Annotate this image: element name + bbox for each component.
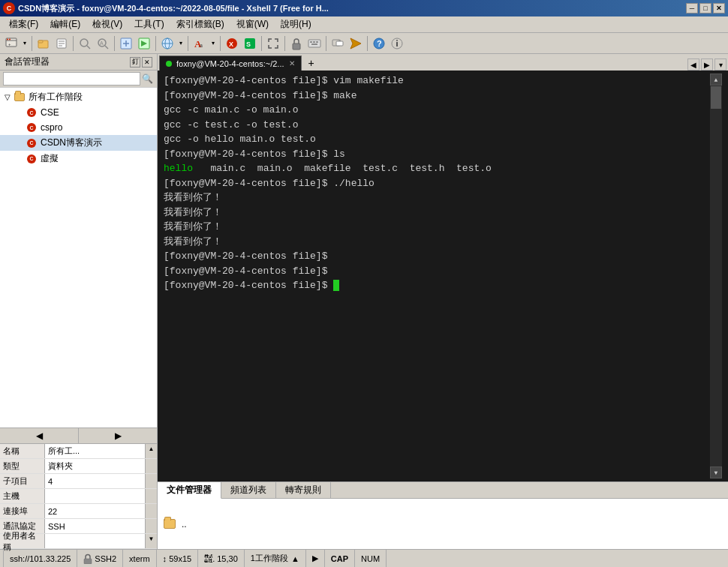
workspace-label: 1工作階段: [251, 553, 288, 564]
red-circle-button[interactable]: X: [224, 35, 240, 52]
menu-edit[interactable]: 編輯(E): [44, 16, 86, 32]
compose-button[interactable]: [118, 35, 134, 52]
status-num: NUM: [355, 550, 387, 567]
font-button[interactable]: Aa: [191, 35, 208, 52]
status-protocol: SSH2: [77, 550, 123, 567]
tab-close-button[interactable]: ✕: [289, 59, 295, 68]
prop-val-children: 4: [45, 474, 145, 488]
toolbar-sep-5: [188, 36, 188, 51]
session-icon-cse: C: [26, 106, 38, 118]
session-header-controls: 釘 ✕: [130, 57, 152, 68]
globe-dropdown[interactable]: ▾: [177, 35, 185, 52]
svg-text:A: A: [100, 40, 104, 46]
session-search: 🔍: [0, 70, 157, 88]
status-size: ↕ 59x15: [157, 550, 199, 567]
new-session-button[interactable]: +: [3, 35, 20, 52]
bottom-folder-icon: [164, 519, 176, 529]
globe-button[interactable]: [159, 35, 176, 52]
tab-bar: foxny@VM-20-4-centos:~/2... ✕ + ◀ ▶ ▾: [158, 54, 728, 70]
pin-button[interactable]: 釘: [130, 57, 140, 68]
scroll-down-button[interactable]: ▼: [710, 466, 722, 478]
nav-left-button[interactable]: ◀: [0, 428, 79, 443]
prop-port: 連接埠 22: [0, 504, 157, 519]
terminal-tab-active[interactable]: foxny@VM-20-4-centos:~/2... ✕: [159, 56, 302, 70]
search-icon[interactable]: 🔍: [140, 72, 154, 86]
svg-rect-37: [336, 41, 343, 46]
properties-table: 名稱 所有工... ▲ 類型 資料夾 子項目 4 主機: [0, 444, 157, 549]
toolbar-sep-7: [261, 36, 262, 51]
font-dropdown[interactable]: ▾: [209, 35, 217, 52]
new-session-dropdown[interactable]: ▾: [21, 35, 29, 52]
session-tree: ▽ 所有工作階段 ▶ C CSE ▶ C cspro: [0, 88, 157, 428]
send-button[interactable]: [347, 35, 364, 52]
terminal-scrollbar: ▲ ▼: [710, 74, 722, 478]
svg-rect-44: [396, 42, 398, 46]
prop-val-name: 所有工...: [45, 444, 145, 458]
tree-item-cspro[interactable]: ▶ C cspro: [0, 120, 157, 135]
bottom-tab-filemanager[interactable]: 文件管理器: [158, 482, 221, 499]
menu-window[interactable]: 視窗(W): [230, 16, 275, 32]
session-icon-cspro: C: [26, 122, 38, 134]
tree-item-csdn[interactable]: ▶ C CSDN博客演示: [0, 135, 157, 151]
close-button[interactable]: ✕: [713, 3, 725, 14]
session-panel: 會話管理器 釘 ✕ 🔍 ▽ 所有工作階段 ▶ C: [0, 54, 158, 549]
svg-marker-39: [350, 38, 361, 49]
bottom-tab-rules[interactable]: 轉寄規則: [276, 482, 331, 498]
maximize-button[interactable]: □: [699, 3, 711, 14]
lock-button[interactable]: [288, 35, 305, 52]
tree-root[interactable]: ▽ 所有工作階段: [0, 89, 157, 105]
scroll-down-1[interactable]: ▼: [146, 534, 157, 544]
forward-button[interactable]: [136, 35, 152, 52]
terminal-screen[interactable]: [foxny@VM-20-4-centos file]$ vim makefil…: [158, 70, 728, 482]
find-button[interactable]: A: [95, 35, 111, 52]
minimize-button[interactable]: ─: [686, 3, 698, 14]
scroll-up-1[interactable]: ▲: [146, 444, 157, 454]
status-ssh-addr: ssh://101.33.225: [3, 550, 77, 567]
search-button[interactable]: [77, 35, 93, 52]
terminal-area: foxny@VM-20-4-centos:~/2... ✕ + ◀ ▶ ▾ [f…: [158, 54, 728, 549]
bottom-folder-label: ..: [182, 519, 187, 530]
menu-help[interactable]: 說明(H): [275, 16, 317, 32]
tab-nav-left[interactable]: ◀: [687, 58, 699, 70]
tab-nav-right[interactable]: ▶: [701, 58, 713, 70]
tab-status-dot: [166, 61, 172, 67]
keyboard-button[interactable]: [306, 35, 323, 52]
new-tab-button[interactable]: +: [303, 56, 320, 70]
expand-icon[interactable]: ▽: [3, 93, 12, 102]
bottom-tab-channels[interactable]: 頻道列表: [221, 482, 276, 498]
menu-file[interactable]: 檔案(F): [3, 16, 44, 32]
prop-host: 主機: [0, 489, 157, 504]
scroll-track[interactable]: [710, 86, 722, 466]
expand-button[interactable]: [265, 35, 281, 52]
menu-tabs[interactable]: 索引標籤(B): [170, 16, 230, 32]
green-square-button[interactable]: S: [242, 35, 258, 52]
tree-label-cse: CSE: [41, 107, 59, 118]
toolbar: + ▾ A ▾ Aa ▾ X S: [0, 33, 728, 54]
nav-right-button[interactable]: ▶: [79, 428, 157, 443]
prop-scroll-1: ▲: [145, 444, 157, 458]
term-label: xterm: [129, 554, 150, 563]
open-button[interactable]: [35, 35, 52, 52]
bottom-tabs: 文件管理器 頻道列表 轉寄規則: [158, 482, 728, 499]
window-controls: ─ □ ✕: [686, 3, 725, 14]
close-panel-button[interactable]: ✕: [142, 57, 152, 68]
svg-rect-33: [313, 41, 315, 43]
tree-item-virtual[interactable]: ▶ C 虛擬: [0, 151, 157, 166]
tree-label-csdn: CSDN博客演示: [41, 136, 102, 149]
help-button[interactable]: ?: [371, 35, 387, 52]
properties-button[interactable]: [53, 35, 70, 52]
session-search-input[interactable]: [3, 72, 140, 86]
menu-view[interactable]: 檢視(V): [86, 16, 128, 32]
tab-nav-menu[interactable]: ▾: [714, 58, 726, 70]
transfer-button[interactable]: [329, 35, 346, 52]
info-button[interactable]: [389, 35, 405, 52]
svg-text:X: X: [229, 40, 233, 48]
svg-line-14: [105, 46, 108, 49]
menu-tools[interactable]: 工具(T): [128, 16, 170, 32]
scroll-thumb[interactable]: [711, 86, 721, 109]
tree-item-cse[interactable]: ▶ C CSE: [0, 105, 157, 120]
prop-scroll-4: [145, 489, 157, 503]
status-term: xterm: [123, 550, 157, 567]
scroll-up-button[interactable]: ▲: [710, 74, 722, 86]
svg-rect-30: [293, 44, 300, 50]
